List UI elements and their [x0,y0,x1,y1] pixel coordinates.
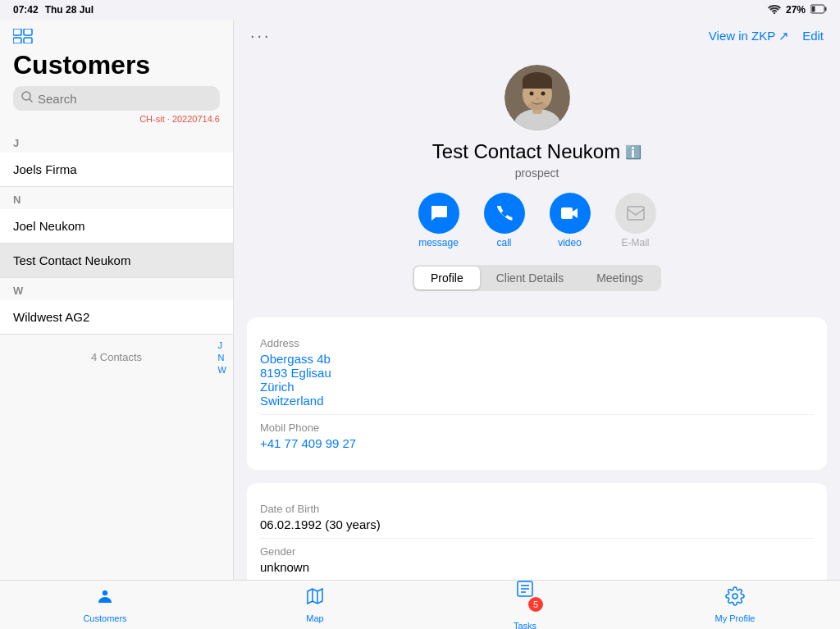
tab-client-details[interactable]: Client Details [480,267,580,289]
contact-item-joel[interactable]: Joel Neukom [0,209,233,244]
info-icon[interactable]: ℹ️ [625,144,641,160]
dob-row: Date of Birth 06.02.1992 (30 years) [260,496,814,539]
detail-actions: View in ZKP ↗ Edit [709,29,824,43]
contact-type: prospect [515,166,559,180]
detail-top-bar: ··· View in ZKP ↗ Edit [234,20,840,52]
avatar [504,65,570,130]
call-label: call [496,237,511,248]
nav-customers[interactable]: Customers [0,586,210,623]
view-in-zkp-link[interactable]: View in ZKP ↗ [709,29,789,43]
contact-item-wildwest[interactable]: Wildwest AG2 [0,300,233,335]
svg-rect-20 [561,207,573,219]
section-header-j: J [0,130,233,153]
email-icon [615,193,656,234]
nav-my-profile[interactable]: My Profile [630,586,840,623]
phone-value[interactable]: +41 77 409 99 27 [260,436,814,450]
email-label: E-Mail [621,237,649,248]
sidebar-title: Customers [13,51,220,80]
search-input[interactable] [38,92,212,106]
contact-name: Joels Firma [13,162,77,176]
call-icon [484,193,525,234]
svg-point-16 [529,92,533,96]
phone-row: Mobil Phone +41 77 409 99 27 [260,415,814,457]
gender-label: Gender [260,545,814,558]
tasks-badge: 5 [528,597,543,612]
sync-label: CH-sit · 20220714.6 [13,114,220,124]
sidebar-menu-icon[interactable] [13,26,33,46]
edit-link[interactable]: Edit [802,29,824,43]
svg-point-17 [541,92,545,96]
svg-rect-4 [13,29,21,35]
alpha-j[interactable]: J [218,340,226,349]
status-time: 07:42 [13,4,39,16]
video-icon [550,193,591,234]
message-label: message [418,237,459,248]
contacts-count: 4 Contacts [81,341,152,373]
wifi-icon [768,4,781,16]
contact-item-joels[interactable]: Joels Firma [0,153,233,187]
action-buttons: message call [418,193,656,248]
customers-nav-label: Customers [83,613,126,623]
status-bar: 07:42 Thu 28 Jul 27% [0,0,840,20]
sidebar-header: Customers CH-sit · 20220714.6 [0,20,233,130]
call-button[interactable]: call [484,193,525,248]
customers-nav-icon [95,586,115,611]
dob-label: Date of Birth [260,503,814,515]
address-card: Address Obergass 4b8193 EglisauZürichSwi… [247,317,827,470]
nav-map[interactable]: Map [210,586,420,623]
contact-name: Joel Neukom [13,219,85,233]
svg-rect-2 [825,7,827,11]
phone-label: Mobil Phone [260,422,814,434]
map-nav-label: Map [306,613,323,623]
list-footer: 4 Contacts J N W [0,335,233,380]
bottom-nav: Customers Map 5 Tasks [0,580,840,629]
contact-item-test[interactable]: Test Contact Neukom [0,244,233,278]
contact-name: Test Contact Neukom [13,253,130,267]
status-date: Thu 28 Jul [45,4,94,16]
contact-list: J Joels Firma N Joel Neukom Test Contact… [0,130,233,580]
my-profile-nav-label: My Profile [715,613,756,623]
map-nav-icon [305,586,325,611]
svg-point-19 [527,102,547,110]
svg-rect-21 [628,207,644,220]
section-header-w: W [0,278,233,300]
sidebar: Customers CH-sit · 20220714.6 J Joels Fi… [0,20,234,580]
email-button[interactable]: E-Mail [615,193,656,248]
more-options-button[interactable]: ··· [250,26,272,45]
video-label: video [558,237,582,248]
search-box[interactable] [13,86,220,111]
personal-card: Date of Birth 06.02.1992 (30 years) Gend… [247,483,827,580]
tab-meetings[interactable]: Meetings [580,267,660,289]
svg-point-18 [536,98,539,100]
alpha-n[interactable]: N [218,353,226,362]
address-value[interactable]: Obergass 4b8193 EglisauZürichSwitzerland [260,352,814,408]
svg-point-30 [733,594,737,599]
video-button[interactable]: video [550,193,591,248]
gender-row: Gender unknown [260,539,814,580]
contact-name: Wildwest AG2 [13,310,89,324]
svg-line-9 [30,99,32,102]
svg-rect-7 [24,38,32,43]
tasks-nav-label: Tasks [514,621,536,629]
message-icon [418,193,459,234]
alpha-w[interactable]: W [218,365,226,374]
gender-value: unknown [260,560,814,574]
message-button[interactable]: message [418,193,459,248]
main-container: Customers CH-sit · 20220714.6 J Joels Fi… [0,20,840,580]
nav-tasks[interactable]: 5 Tasks [420,579,630,629]
dob-value: 06.02.1992 (30 years) [260,517,814,531]
svg-rect-15 [523,80,552,89]
battery-level: 27% [786,4,806,16]
tabs-container: Profile Client Details Meetings [413,265,661,291]
contact-profile: Test Contact Neukom ℹ️ prospect message [234,52,840,317]
battery-icon [810,4,827,16]
contact-name-heading: Test Contact Neukom ℹ️ [432,140,641,163]
address-row: Address Obergass 4b8193 EglisauZürichSwi… [260,330,814,415]
tab-profile[interactable]: Profile [414,267,480,289]
detail-panel: ··· View in ZKP ↗ Edit [234,20,840,580]
section-header-n: N [0,187,233,209]
svg-point-0 [774,11,775,13]
svg-rect-3 [812,6,815,11]
tabs: Profile Client Details Meetings [413,265,661,291]
search-icon [21,91,33,106]
